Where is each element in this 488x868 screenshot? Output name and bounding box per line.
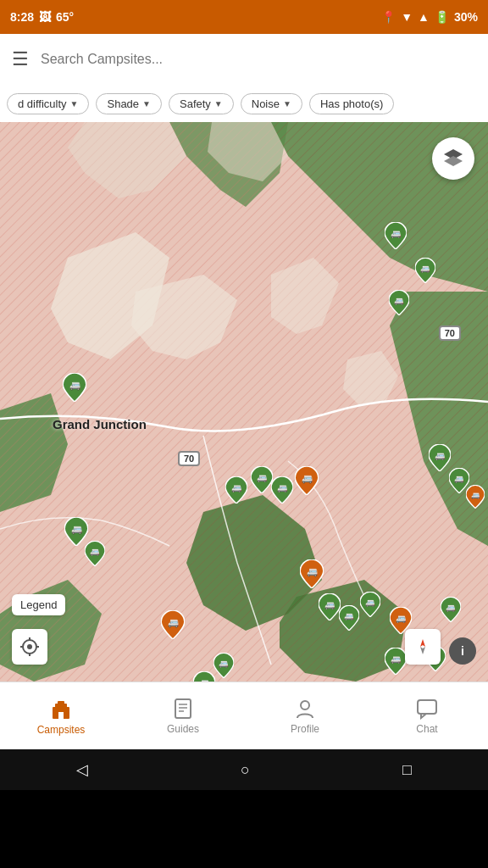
filter-difficulty-label: d difficulty [18, 97, 67, 110]
status-photo-icon: 🖼 [39, 10, 51, 24]
status-temp: 65° [56, 10, 74, 24]
campsite-marker-6[interactable]: 🚐 [85, 541, 105, 570]
filter-noise[interactable]: Noise ▼ [241, 93, 302, 114]
svg-text:🚐: 🚐 [454, 474, 464, 484]
campsite-marker-15[interactable]: 🚐 [360, 592, 380, 620]
filter-difficulty-arrow: ▼ [70, 99, 79, 108]
svg-text:🚐: 🚐 [446, 603, 456, 613]
nav-chat[interactable]: Chat [366, 682, 488, 749]
location-icon [20, 637, 39, 656]
status-battery-icon: 🔋 [435, 10, 449, 24]
svg-rect-65 [418, 700, 436, 714]
android-recent[interactable]: □ [402, 761, 412, 779]
campsite-marker-12[interactable]: 🚐 [466, 485, 485, 512]
svg-text:🚐: 🚐 [394, 296, 404, 306]
filter-photo[interactable]: Has photo(s) [309, 93, 394, 114]
location-button[interactable] [12, 629, 47, 665]
map-area[interactable]: 70 70 Grand Junction 🚐 🚐 🚐 [0, 122, 488, 682]
legend-button[interactable]: Legend [12, 594, 65, 615]
status-signal-icon: ▲ [418, 10, 430, 24]
campsite-marker-17[interactable]: 🚐 [385, 648, 407, 678]
svg-text:🚐: 🚐 [90, 547, 100, 557]
svg-rect-58 [58, 701, 64, 705]
campsites-icon [49, 697, 73, 721]
campsite-marker-orange-3[interactable]: 🚐 [161, 610, 185, 643]
filter-safety[interactable]: Safety ▼ [169, 93, 234, 114]
android-nav: ◁ ○ □ [0, 749, 488, 790]
nav-profile[interactable]: Profile [244, 682, 366, 749]
guides-icon [172, 698, 194, 720]
svg-marker-55 [420, 647, 425, 654]
svg-text:🚐: 🚐 [344, 611, 354, 621]
road-badge-70-center: 70 [178, 451, 200, 466]
status-location-icon: 📍 [381, 10, 396, 24]
svg-text:🚐: 🚐 [219, 659, 229, 669]
filter-shade-arrow: ▼ [142, 99, 151, 108]
svg-rect-59 [58, 712, 64, 719]
svg-point-64 [301, 701, 309, 709]
campsite-marker-16[interactable]: 🚐 [441, 597, 461, 626]
svg-text:🚐: 🚐 [199, 677, 210, 682]
campsite-marker-7[interactable]: 🚐 [225, 476, 247, 507]
filter-safety-label: Safety [180, 97, 211, 110]
nav-campsites-label: Campsites [37, 724, 86, 736]
campsite-marker-9[interactable]: 🚐 [271, 476, 293, 507]
filter-difficulty[interactable]: d difficulty ▼ [7, 93, 89, 114]
campsite-marker-2[interactable]: 🚐 [415, 258, 435, 287]
svg-text:🚐: 🚐 [277, 482, 288, 493]
bottom-nav: Campsites Guides Profile Chat [0, 682, 488, 749]
svg-marker-22 [444, 156, 463, 166]
compass-button[interactable] [405, 629, 441, 665]
campsite-marker-21[interactable]: 🚐 [214, 653, 234, 682]
campsite-marker-4[interactable]: 🚐 [63, 373, 86, 405]
status-battery: 30% [454, 10, 478, 24]
svg-text:🚐: 🚐 [471, 491, 480, 500]
svg-text:🚐: 🚐 [396, 613, 407, 624]
nav-chat-label: Chat [416, 723, 437, 735]
road-badge-70-right: 70 [439, 326, 461, 341]
svg-text:🚐: 🚐 [307, 566, 319, 577]
filter-noise-arrow: ▼ [283, 99, 291, 108]
svg-text:🚐: 🚐 [365, 598, 375, 608]
svg-point-49 [27, 644, 32, 649]
nav-guides-label: Guides [167, 723, 199, 735]
search-input[interactable] [41, 52, 476, 67]
svg-text:🚐: 🚐 [391, 228, 402, 239]
info-button[interactable]: i [449, 637, 476, 665]
status-bar: 8:28 🖼 65° 📍 ▼ ▲ 🔋 30% [0, 0, 488, 34]
nav-profile-label: Profile [291, 723, 319, 735]
campsite-marker-14[interactable]: 🚐 [339, 605, 359, 634]
svg-text:🚐: 🚐 [168, 617, 180, 628]
svg-text:🚐: 🚐 [435, 450, 446, 461]
filter-row: d difficulty ▼ Shade ▼ Safety ▼ Noise ▼ … [0, 85, 488, 122]
layers-icon [442, 147, 464, 170]
campsite-marker-20[interactable]: 🚐 [193, 671, 215, 682]
filter-safety-arrow: ▼ [214, 99, 223, 108]
filter-noise-label: Noise [252, 97, 280, 110]
filter-shade-label: Shade [107, 97, 139, 110]
campsite-marker-orange-center[interactable]: 🚐 [300, 559, 324, 592]
status-wifi-icon: ▼ [401, 10, 413, 24]
layer-button[interactable] [432, 137, 474, 180]
menu-button[interactable]: ☰ [12, 48, 29, 70]
campsite-marker-3[interactable]: 🚐 [389, 290, 409, 319]
campsite-marker-8[interactable]: 🚐 [251, 466, 273, 497]
filter-photo-label: Has photo(s) [320, 97, 383, 110]
svg-text:🚐: 🚐 [324, 599, 336, 610]
chat-icon [416, 698, 438, 720]
status-left: 8:28 🖼 65° [10, 10, 74, 24]
svg-rect-60 [175, 699, 191, 718]
nav-guides[interactable]: Guides [122, 682, 244, 749]
campsite-marker-13[interactable]: 🚐 [319, 593, 341, 624]
svg-text:🚐: 🚐 [420, 264, 430, 274]
filter-shade[interactable]: Shade ▼ [96, 93, 162, 114]
svg-text:🚐: 🚐 [257, 472, 268, 483]
compass-icon [413, 637, 432, 656]
svg-text:🚐: 🚐 [231, 482, 242, 493]
nav-campsites[interactable]: Campsites [0, 682, 122, 749]
campsite-marker-10[interactable]: 🚐 [429, 444, 451, 475]
android-back[interactable]: ◁ [76, 760, 88, 779]
campsite-marker-orange-1[interactable]: 🚐 [295, 466, 319, 498]
campsite-marker-1[interactable]: 🚐 [385, 222, 407, 253]
android-home[interactable]: ○ [241, 761, 250, 779]
